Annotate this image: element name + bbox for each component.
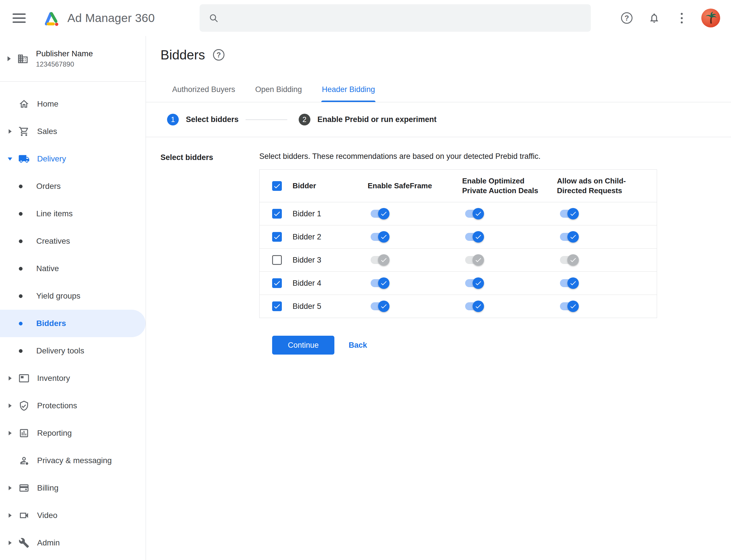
sidebar-subitem-label: Creatives [36,237,70,246]
sidebar-item-admin[interactable]: Admin [0,529,146,557]
toggle-thumb [567,231,579,243]
page-help-icon[interactable]: ? [213,49,225,61]
search-bar[interactable] [200,4,591,32]
toggle-thumb [567,301,579,312]
row-checkbox[interactable] [272,232,282,242]
select-all-checkbox[interactable] [272,181,282,191]
step-1-number: 1 [167,114,179,125]
bidder-row: Bidder 2 [260,225,657,249]
enable-safeframe-toggle[interactable] [370,301,388,312]
allow-child-directed-toggle[interactable] [560,208,577,219]
bullet-icon [19,239,23,243]
sidebar-item-sales[interactable]: Sales [0,118,146,145]
sidebar-item-orders[interactable]: Orders [0,173,146,200]
row-select-cell [260,225,293,249]
child-directed-cell [557,295,657,318]
shield-check-icon [18,400,30,411]
child-directed-cell [557,202,657,225]
sidebar-item-label: Sales [37,127,57,136]
bidder-row: Bidder 1 [260,202,657,225]
column-header-safeframe: Enable SafeFrame [368,170,462,202]
tab-header-bidding[interactable]: Header Bidding [321,78,375,102]
menu-icon[interactable] [13,13,26,23]
sidebar-subitem-label: Delivery tools [36,346,84,355]
row-select-cell [260,295,293,318]
sidebar-subitem-label: Line items [36,209,73,218]
step-1: 1 Select bidders [167,114,239,125]
search-input[interactable] [226,4,591,32]
table-header-row: Bidder Enable SafeFrame Enable Optimized… [260,170,657,202]
bar-chart-icon [18,428,30,439]
bullet-icon [19,267,23,271]
publisher-selector[interactable]: Publisher Name 1234567890 [0,36,146,82]
allow-child-directed-toggle[interactable] [560,277,577,289]
enable-optimized-deals-toggle[interactable] [465,301,482,312]
help-icon: ? [621,12,632,24]
child-directed-cell [557,225,657,249]
enable-safeframe-toggle[interactable] [370,277,388,289]
sidebar-item-video[interactable]: Video [0,502,146,529]
sidebar-item-delivery-tools[interactable]: Delivery tools [0,337,146,365]
tab-open-bidding[interactable]: Open Bidding [255,78,303,102]
wrench-icon [18,537,30,548]
row-checkbox[interactable] [272,301,282,311]
more-options-button[interactable] [675,11,688,25]
sidebar-item-privacy-messaging[interactable]: Privacy & messaging [0,447,146,474]
sidebar-item-line-items[interactable]: Line items [0,200,146,227]
toggle-thumb [472,277,484,289]
step-1-label: Select bidders [186,115,239,124]
tab-authorized-buyers[interactable]: Authorized Buyers [172,78,236,102]
sidebar-item-label: Privacy & messaging [37,456,112,465]
publisher-id: 1234567890 [36,60,93,68]
sidebar-item-protections[interactable]: Protections [0,392,146,419]
allow-child-directed-toggle[interactable] [560,301,577,312]
sidebar-item-label: Admin [37,538,60,547]
continue-button[interactable]: Continue [272,336,335,355]
main-content: Bidders ? Authorized Buyers Open Bidding… [146,36,731,560]
sidebar-item-label: Home [37,99,59,109]
sidebar-item-yield-groups[interactable]: Yield groups [0,282,146,310]
sidebar-item-reporting[interactable]: Reporting [0,419,146,447]
person-icon [18,455,30,466]
row-checkbox[interactable] [272,278,282,288]
sidebar-item-delivery[interactable]: Delivery [0,145,146,173]
top-app-bar: Ad Manager 360 ? [0,0,731,36]
back-button[interactable]: Back [349,341,367,350]
help-button[interactable]: ? [620,11,633,25]
enable-optimized-deals-toggle[interactable] [465,277,482,289]
sidebar-item-billing[interactable]: Billing [0,474,146,502]
enable-optimized-deals-toggle[interactable] [465,254,482,266]
section-description: Select bidders. These recommendations ar… [259,152,731,161]
sidebar-item-bidders[interactable]: Bidders [0,310,146,337]
publisher-info: Publisher Name 1234567890 [36,49,93,68]
sidebar-item-creatives[interactable]: Creatives [0,227,146,255]
sidebar-item-inventory[interactable]: Inventory [0,365,146,392]
safeframe-cell [368,202,462,225]
bullet-icon [19,212,23,216]
sidebar-item-native[interactable]: Native [0,255,146,282]
enable-safeframe-toggle[interactable] [370,254,388,266]
enable-safeframe-toggle[interactable] [370,208,388,219]
app-title: Ad Manager 360 [67,11,155,25]
bidder-name: Bidder 2 [293,225,368,249]
bidder-name: Bidder 5 [293,295,368,318]
video-camera-icon [18,510,30,521]
enable-optimized-deals-toggle[interactable] [465,208,482,219]
enable-safeframe-toggle[interactable] [370,231,388,243]
account-avatar[interactable] [701,9,720,27]
sidebar-item-home[interactable]: Home [0,90,146,118]
toggle-thumb [472,301,484,312]
row-select-cell [260,249,293,272]
optimized-deals-cell [462,295,557,318]
step-connector-line [246,119,287,120]
step-2-number: 2 [299,114,311,125]
allow-child-directed-toggle[interactable] [560,231,577,243]
bidder-row: Bidder 4 [260,272,657,295]
tab-bar: Authorized Buyers Open Bidding Header Bi… [146,78,731,102]
enable-optimized-deals-toggle[interactable] [465,231,482,243]
toggle-thumb [472,231,484,243]
row-checkbox[interactable] [272,209,282,219]
allow-child-directed-toggle[interactable] [560,254,577,266]
notifications-button[interactable] [648,11,661,25]
row-checkbox[interactable] [272,255,282,265]
